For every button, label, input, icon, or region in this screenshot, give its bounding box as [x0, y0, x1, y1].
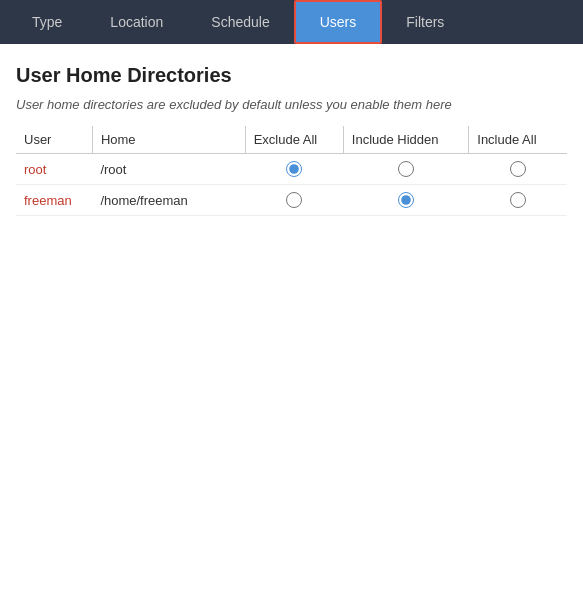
radio-cell-freeman-exclude: [245, 185, 343, 216]
col-header-exclude-all: Exclude All: [245, 126, 343, 154]
radio-cell-root-include-all: [469, 154, 567, 185]
col-header-user: User: [16, 126, 92, 154]
radio-freeman-include-all[interactable]: [510, 192, 526, 208]
radio-root-include-all[interactable]: [510, 161, 526, 177]
radio-freeman-include-hidden[interactable]: [398, 192, 414, 208]
table-row: freeman /home/freeman: [16, 185, 567, 216]
radio-root-exclude-all[interactable]: [286, 161, 302, 177]
radio-cell-root-include-hidden: [343, 154, 468, 185]
tab-location[interactable]: Location: [86, 0, 187, 44]
col-header-home: Home: [92, 126, 245, 154]
radio-cell-freeman-include-all: [469, 185, 567, 216]
col-header-include-hidden: Include Hidden: [343, 126, 468, 154]
radio-freeman-exclude-all[interactable]: [286, 192, 302, 208]
user-table: User Home Exclude All Include Hidden Inc…: [16, 126, 567, 216]
table-row: root /root: [16, 154, 567, 185]
user-name-root: root: [16, 154, 92, 185]
tab-filters[interactable]: Filters: [382, 0, 468, 44]
radio-root-include-hidden[interactable]: [398, 161, 414, 177]
tab-schedule[interactable]: Schedule: [187, 0, 293, 44]
page-description: User home directories are excluded by de…: [16, 97, 567, 112]
page-title: User Home Directories: [16, 64, 567, 87]
radio-cell-root-exclude: [245, 154, 343, 185]
user-name-freeman: freeman: [16, 185, 92, 216]
tab-type[interactable]: Type: [8, 0, 86, 44]
content-area: User Home Directories User home director…: [0, 44, 583, 236]
user-home-freeman: /home/freeman: [92, 185, 245, 216]
user-home-root: /root: [92, 154, 245, 185]
radio-cell-freeman-include-hidden: [343, 185, 468, 216]
tab-users[interactable]: Users: [294, 0, 383, 44]
tab-bar: Type Location Schedule Users Filters: [0, 0, 583, 44]
col-header-include-all: Include All: [469, 126, 567, 154]
